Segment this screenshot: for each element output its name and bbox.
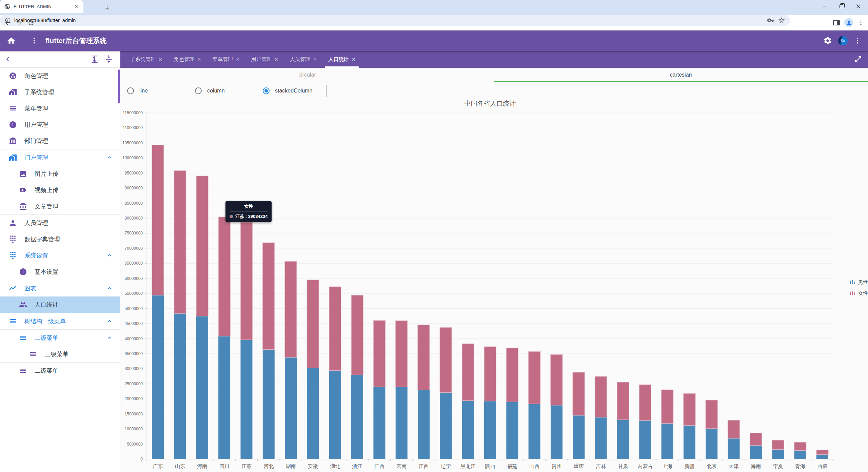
sidebar-item-11[interactable]: 人员管理 (0, 215, 120, 231)
bar-male-河南[interactable] (196, 316, 208, 459)
doc-tab-close-icon[interactable]: ✕ (159, 57, 162, 62)
bar-female-山东[interactable] (174, 171, 186, 313)
bar-male-湖南[interactable] (285, 357, 297, 459)
chevron-up-icon[interactable] (106, 334, 113, 342)
doc-tab-close-icon[interactable]: ✕ (197, 57, 201, 62)
doc-tab-4[interactable]: 用户管理✕ (246, 51, 283, 68)
bar-female-贵州[interactable] (551, 354, 563, 405)
user-avatar[interactable]: Kh (838, 36, 848, 45)
sidebar-item-21[interactable]: 二级菜单 (0, 330, 120, 346)
bar-male-内蒙古[interactable] (639, 420, 651, 459)
fullscreen-expand-icon[interactable] (853, 54, 863, 64)
bar-male-浙江[interactable] (351, 375, 363, 459)
bar-male-宁夏[interactable] (772, 449, 784, 459)
doc-tab-close-icon[interactable]: ✕ (275, 57, 278, 62)
collapse-all-icon[interactable] (104, 55, 113, 64)
bar-female-福建[interactable] (506, 348, 518, 402)
bar-male-贵州[interactable] (551, 405, 563, 459)
sidebar-item-1[interactable]: 子系统管理 (0, 84, 120, 100)
bookmark-star-icon[interactable] (778, 17, 785, 24)
bar-male-广西[interactable] (373, 387, 385, 459)
legend-item-男性[interactable]: 男性 (849, 279, 868, 286)
bar-female-浙江[interactable] (351, 295, 363, 375)
address-bar[interactable]: localhost:8888/flutter_admin (0, 15, 790, 26)
bar-female-四川[interactable] (218, 217, 230, 336)
bar-male-黑龙江[interactable] (462, 401, 474, 459)
bar-female-安徽[interactable] (307, 280, 319, 368)
bar-female-甘肃[interactable] (617, 382, 629, 420)
chevron-up-icon[interactable] (106, 154, 113, 161)
sidebar-item-19[interactable]: 树结构一级菜单 (0, 313, 120, 329)
window-close-button[interactable] (855, 3, 861, 9)
chevron-up-icon[interactable] (106, 317, 113, 325)
bar-male-四川[interactable] (218, 336, 230, 459)
bar-male-辽宁[interactable] (440, 392, 452, 459)
doc-tab-close-icon[interactable]: ✕ (236, 57, 240, 62)
bar-male-云南[interactable] (396, 387, 408, 459)
bar-male-安徽[interactable] (307, 368, 319, 459)
doc-tab-6[interactable]: 人口统计✕ (323, 51, 361, 68)
app-menu-kebab-icon[interactable] (31, 37, 38, 44)
sidebar-item-13[interactable]: 系统设置 (0, 247, 120, 264)
sidebar-item-3[interactable]: 用户管理 (0, 117, 120, 133)
bar-male-青海[interactable] (794, 450, 806, 459)
chevron-up-icon[interactable] (106, 285, 113, 292)
bar-female-河南[interactable] (196, 176, 208, 316)
bar-male-上海[interactable] (662, 424, 673, 459)
doc-tab-5[interactable]: 人员管理✕ (285, 51, 322, 68)
collapse-sidebar-chevron-icon[interactable] (3, 55, 12, 64)
bar-female-广西[interactable] (373, 321, 385, 387)
legend-item-女性[interactable]: 女性 (849, 289, 868, 297)
bar-male-福建[interactable] (506, 402, 518, 459)
back-button[interactable] (3, 18, 13, 28)
browser-menu-kebab-icon[interactable] (856, 18, 866, 28)
bar-female-黑龙江[interactable] (462, 344, 474, 401)
sidebar-item-24[interactable]: 二级菜单 (0, 363, 120, 379)
bar-female-陕西[interactable] (484, 347, 496, 401)
window-restore-button[interactable] (838, 3, 844, 9)
sidebar-item-2[interactable]: 菜单管理 (0, 100, 120, 117)
sidebar-item-8[interactable]: 视频上传 (0, 182, 120, 198)
bar-male-广东[interactable] (152, 295, 164, 459)
bar-female-湖南[interactable] (285, 261, 297, 357)
new-tab-button[interactable] (102, 3, 112, 13)
doc-tab-close-icon[interactable]: ✕ (352, 57, 356, 62)
profile-avatar[interactable] (844, 18, 854, 28)
bar-female-天津[interactable] (728, 420, 740, 438)
sidebar-scrollbar-thumb[interactable] (118, 69, 120, 103)
tab-search-chevron-icon[interactable] (3, 3, 14, 12)
bar-female-广东[interactable] (152, 145, 164, 295)
sidebar-item-12[interactable]: 数据字典管理 (0, 231, 120, 247)
bar-male-重庆[interactable] (573, 415, 585, 459)
bar-female-江苏[interactable] (240, 222, 252, 340)
bar-male-江苏[interactable] (240, 340, 252, 459)
sidebar-item-4[interactable]: 部门管理 (0, 133, 120, 149)
sidebar-item-7[interactable]: 图片上传 (0, 166, 120, 182)
home-icon[interactable] (7, 36, 16, 45)
bar-female-内蒙古[interactable] (639, 385, 651, 420)
bar-male-西藏[interactable] (816, 455, 828, 459)
window-minimize-button[interactable] (821, 3, 827, 9)
bar-female-云南[interactable] (396, 321, 408, 387)
bar-male-山西[interactable] (529, 404, 540, 459)
bar-female-新疆[interactable] (684, 393, 695, 425)
bar-female-宁夏[interactable] (772, 440, 784, 449)
bar-male-新疆[interactable] (684, 426, 695, 459)
side-panel-icon[interactable] (831, 18, 842, 28)
bar-female-江西[interactable] (418, 325, 430, 390)
appbar-kebab-icon[interactable] (854, 37, 861, 44)
sidebar-item-16[interactable]: 图表 (0, 280, 120, 296)
bar-female-湖北[interactable] (329, 287, 341, 370)
bar-male-北京[interactable] (706, 429, 717, 459)
doc-tab-3[interactable]: 菜单管理✕ (208, 51, 245, 68)
bar-female-青海[interactable] (794, 442, 806, 450)
sidebar-item-6[interactable]: 门户管理 (0, 149, 120, 166)
forward-button[interactable] (14, 18, 24, 28)
sidebar-item-14[interactable]: 基本设置 (0, 264, 120, 280)
bar-male-河北[interactable] (263, 349, 275, 459)
bar-female-北京[interactable] (706, 400, 717, 429)
tab-close-icon[interactable] (73, 3, 79, 9)
sidebar-item-9[interactable]: 文章管理 (0, 198, 120, 214)
sidebar-item-0[interactable]: 角色管理 (0, 68, 120, 84)
bar-male-海南[interactable] (750, 445, 762, 459)
